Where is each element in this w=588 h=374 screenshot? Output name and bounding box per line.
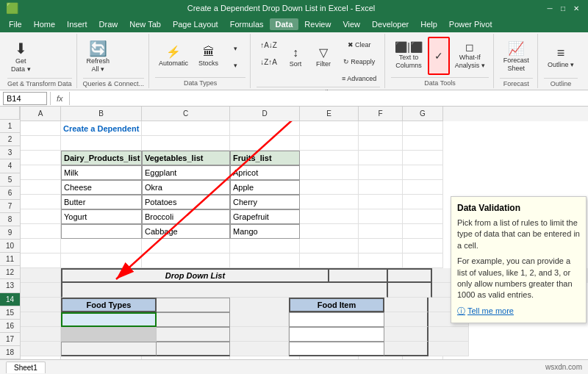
cell-a14[interactable] [21, 312, 61, 327]
cell-b6[interactable]: Butter [61, 195, 142, 209]
cell-e13-food-item[interactable]: Food Item [289, 298, 384, 312]
outline-button[interactable]: ≡ Outline ▾ [544, 37, 578, 78]
cell-b2[interactable] [61, 136, 142, 151]
row-header-17[interactable]: 17 [0, 333, 20, 346]
cell-e3[interactable] [300, 151, 359, 165]
cell-d4[interactable]: Apricot [230, 165, 300, 180]
cell-c2[interactable] [142, 136, 230, 151]
cell-e17[interactable] [300, 356, 359, 359]
advanced-button[interactable]: ≡ Advanced [338, 71, 380, 87]
data-type-dropdown-2[interactable]: ▾ [225, 57, 245, 73]
menu-file[interactable]: File [3, 18, 28, 30]
cell-e7[interactable] [300, 209, 359, 224]
cell-b12[interactable] [61, 283, 329, 298]
row-header-15[interactable]: 15 [0, 306, 20, 320]
cell-c1[interactable] [142, 121, 230, 136]
cell-a13[interactable] [21, 298, 61, 312]
cell-a8[interactable] [21, 224, 61, 239]
cell-f2[interactable] [359, 136, 403, 151]
cell-a5[interactable] [21, 180, 61, 195]
cell-a4[interactable] [21, 165, 61, 180]
cell-b13-food-types[interactable]: Food Types [61, 298, 157, 312]
data-validation-button[interactable]: ✓ [428, 37, 450, 75]
cell-c6[interactable]: Potatoes [142, 195, 230, 209]
cell-e4[interactable] [300, 165, 359, 180]
cell-d9[interactable] [230, 239, 300, 253]
menu-home[interactable]: Home [28, 18, 61, 30]
menu-draw[interactable]: Draw [93, 18, 124, 30]
cell-c15[interactable] [157, 327, 230, 342]
menu-pagelayout[interactable]: Page Layout [167, 18, 224, 30]
cell-e6[interactable] [300, 195, 359, 209]
col-header-b[interactable]: B [61, 107, 142, 121]
cell-a9[interactable] [21, 239, 61, 253]
row-header-16[interactable]: 16 [0, 320, 20, 333]
cell-b7[interactable]: Yogurt [61, 209, 142, 224]
sheet-tab-sheet1[interactable]: Sheet1 [6, 362, 46, 373]
cell-g7[interactable] [403, 209, 443, 224]
col-header-g[interactable]: G [403, 107, 443, 121]
cell-f15[interactable] [384, 327, 429, 342]
cell-d14-spacer[interactable] [230, 312, 289, 327]
cell-g10[interactable] [403, 253, 443, 268]
cell-e10[interactable] [300, 253, 359, 268]
cell-f12[interactable] [388, 283, 432, 298]
cell-c8[interactable]: Cabbage [142, 224, 230, 239]
cell-g8[interactable] [403, 224, 443, 239]
forecast-sheet-button[interactable]: 📈 ForecastSheet [500, 37, 533, 78]
cell-f9[interactable] [359, 239, 403, 253]
cell-f5[interactable] [359, 180, 403, 195]
row-header-18[interactable]: 18 [0, 346, 20, 359]
what-if-button[interactable]: ◻ What-IfAnalysis ▾ [451, 37, 489, 75]
sort-desc-button[interactable]: ↓Z↑A [257, 54, 281, 70]
cell-e16[interactable] [289, 342, 384, 356]
menu-review[interactable]: Review [298, 18, 337, 30]
menu-developer[interactable]: Developer [366, 18, 415, 30]
cell-g1[interactable] [403, 121, 443, 136]
row-header-11[interactable]: 11 [0, 253, 20, 266]
cell-b16[interactable] [61, 342, 157, 356]
cell-e14[interactable] [289, 312, 384, 327]
cell-b14-selected[interactable] [61, 312, 157, 327]
cell-c3[interactable]: Vegetables_list [142, 151, 230, 165]
cell-c17[interactable] [142, 356, 230, 359]
cell-c14[interactable] [157, 312, 230, 327]
cell-a12[interactable] [21, 283, 61, 298]
stocks-button[interactable]: 🏛 Stocks [195, 38, 222, 76]
cell-d5[interactable]: Apple [230, 180, 300, 195]
row-header-4[interactable]: 4 [0, 159, 20, 173]
cell-b10[interactable] [61, 253, 142, 268]
col-header-f[interactable]: F [359, 107, 403, 121]
get-data-button[interactable]: ⬇ GetData ▾ [7, 37, 35, 78]
cell-a1[interactable] [21, 121, 61, 136]
cell-reference-box[interactable]: B14 [3, 92, 47, 105]
cell-d2[interactable] [230, 136, 300, 151]
row-header-12[interactable]: 12 [0, 266, 20, 279]
menu-help[interactable]: Help [415, 18, 443, 30]
cell-d8[interactable]: Mango [230, 224, 300, 239]
cell-c16[interactable] [157, 342, 230, 356]
row-header-3[interactable]: 3 [0, 146, 20, 159]
menu-powerpivot[interactable]: Power Pivot [443, 18, 498, 30]
row-header-8[interactable]: 8 [0, 213, 20, 226]
cell-d1[interactable] [230, 121, 300, 136]
cell-d3[interactable]: Fruits_list [230, 151, 300, 165]
cell-g15[interactable] [429, 327, 469, 342]
cell-b8[interactable] [61, 224, 142, 239]
cell-g16[interactable] [429, 342, 469, 356]
cell-b11[interactable]: Drop Down List [61, 268, 329, 283]
cell-b1[interactable]: Create a Dependent Drop Down List in Exc… [61, 121, 142, 136]
cell-e1[interactable] [300, 121, 359, 136]
cell-b15[interactable] [61, 327, 157, 342]
cell-f7[interactable] [359, 209, 403, 224]
cell-f3[interactable] [359, 151, 403, 165]
row-header-9[interactable]: 9 [0, 226, 20, 240]
cell-g9[interactable] [403, 239, 443, 253]
cell-a10[interactable] [21, 253, 61, 268]
cell-d6[interactable]: Cherry [230, 195, 300, 209]
cell-f1[interactable] [359, 121, 403, 136]
cell-f8[interactable] [359, 224, 403, 239]
cell-f11[interactable] [388, 268, 432, 283]
cell-a11[interactable] [21, 268, 61, 283]
row-header-10[interactable]: 10 [0, 240, 20, 253]
